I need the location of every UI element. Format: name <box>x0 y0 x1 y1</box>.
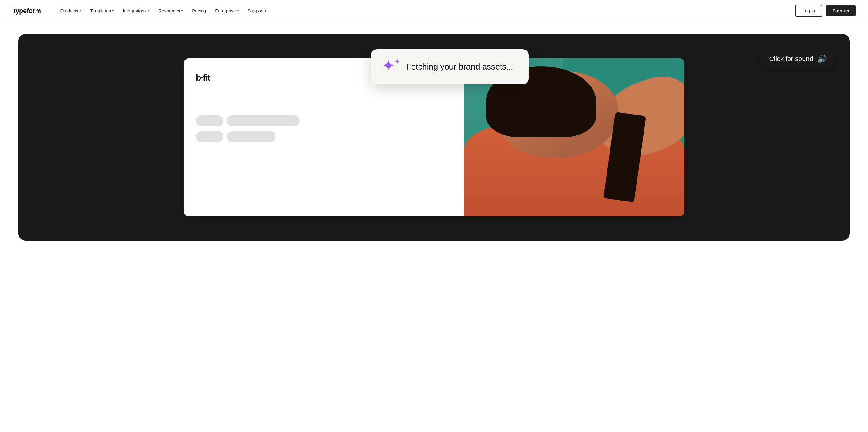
resources-label: Resources <box>158 8 180 13</box>
skeleton-rows <box>196 116 452 142</box>
nav-item-templates[interactable]: Templates ▾ <box>87 6 117 16</box>
skeleton-pill-2b <box>227 131 276 142</box>
skeleton-pill-1a <box>196 116 223 126</box>
integrations-label: Integrations <box>123 8 146 13</box>
templates-chevron: ▾ <box>112 9 114 12</box>
nav-actions: Log in Sign up <box>795 5 856 17</box>
sound-icon: 🔊 <box>817 55 827 63</box>
nav-item-support[interactable]: Support ▾ <box>244 6 270 16</box>
templates-label: Templates <box>90 8 111 13</box>
sound-button-label: Click for sound <box>769 55 813 63</box>
resources-chevron: ▾ <box>181 9 183 12</box>
support-label: Support <box>248 8 264 13</box>
nav-item-pricing[interactable]: Pricing <box>188 6 210 16</box>
nav-item-resources[interactable]: Resources ▾ <box>155 6 187 16</box>
enterprise-chevron: ▾ <box>237 9 239 12</box>
sparkle-small-icon: ✦ <box>395 58 400 65</box>
nav-item-products[interactable]: Products ▾ <box>57 6 85 16</box>
tooltip-card: ✦ ✦ Fetching your brand assets... <box>371 49 529 85</box>
dark-frame: Click for sound 🔊 ✦ ✦ Fetching your bran… <box>18 34 850 241</box>
products-chevron: ▾ <box>80 9 81 12</box>
skeleton-pill-2a <box>196 131 223 142</box>
navigation: Typeform Products ▾ Templates ▾ Integrat… <box>0 0 868 22</box>
nav-links: Products ▾ Templates ▾ Integrations ▾ Re… <box>57 6 796 16</box>
skeleton-pill-1b <box>227 116 300 126</box>
support-chevron: ▾ <box>265 9 266 12</box>
sparkle-icon-container: ✦ ✦ <box>382 58 400 76</box>
sound-button[interactable]: Click for sound 🔊 <box>761 49 835 69</box>
signup-button[interactable]: Sign up <box>826 5 856 17</box>
nav-item-integrations[interactable]: Integrations ▾ <box>119 6 153 16</box>
integrations-chevron: ▾ <box>148 9 149 12</box>
skeleton-row-1 <box>196 116 452 126</box>
nav-item-enterprise[interactable]: Enterprise ▾ <box>211 6 242 16</box>
login-button[interactable]: Log in <box>795 5 822 17</box>
tooltip-text: Fetching your brand assets... <box>406 62 513 72</box>
pricing-label: Pricing <box>192 8 206 13</box>
logo[interactable]: Typeform <box>12 7 41 15</box>
skeleton-row-2 <box>196 131 452 142</box>
hero-section: Click for sound 🔊 ✦ ✦ Fetching your bran… <box>0 22 868 244</box>
products-label: Products <box>60 8 79 13</box>
enterprise-label: Enterprise <box>215 8 236 13</box>
